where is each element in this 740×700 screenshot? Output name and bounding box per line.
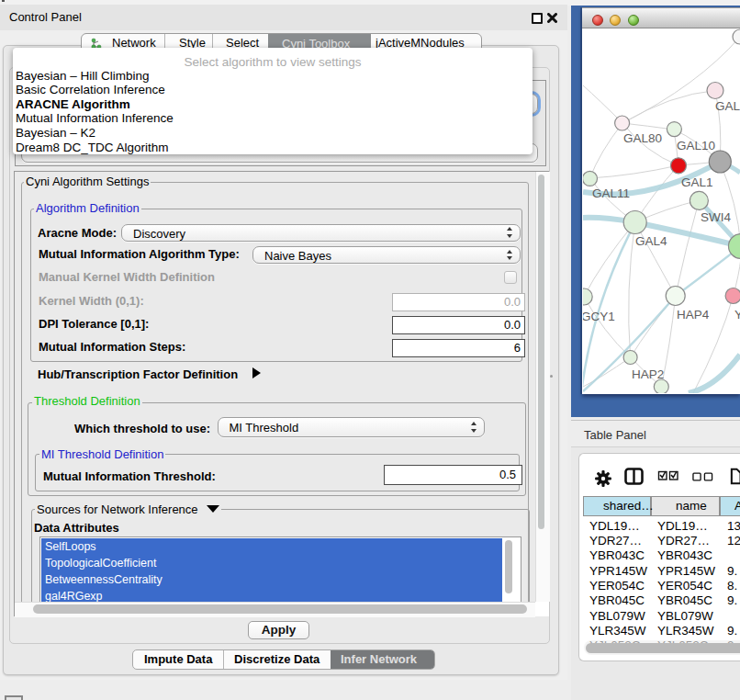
svg-text:HAP2: HAP2 <box>632 367 664 381</box>
svg-text:GAL: GAL <box>715 99 740 113</box>
svg-text:SWI4: SWI4 <box>701 210 731 224</box>
svg-text:GAL4: GAL4 <box>635 234 667 248</box>
svg-text:GAL11: GAL11 <box>592 186 630 200</box>
svg-text:GCY1: GCY1 <box>583 310 615 323</box>
svg-text:Y: Y <box>734 308 740 322</box>
svg-text:HAP4: HAP4 <box>677 308 710 322</box>
svg-text:GAL10: GAL10 <box>677 139 715 152</box>
svg-text:GAL80: GAL80 <box>623 131 662 145</box>
svg-text:GAL1: GAL1 <box>681 175 713 189</box>
